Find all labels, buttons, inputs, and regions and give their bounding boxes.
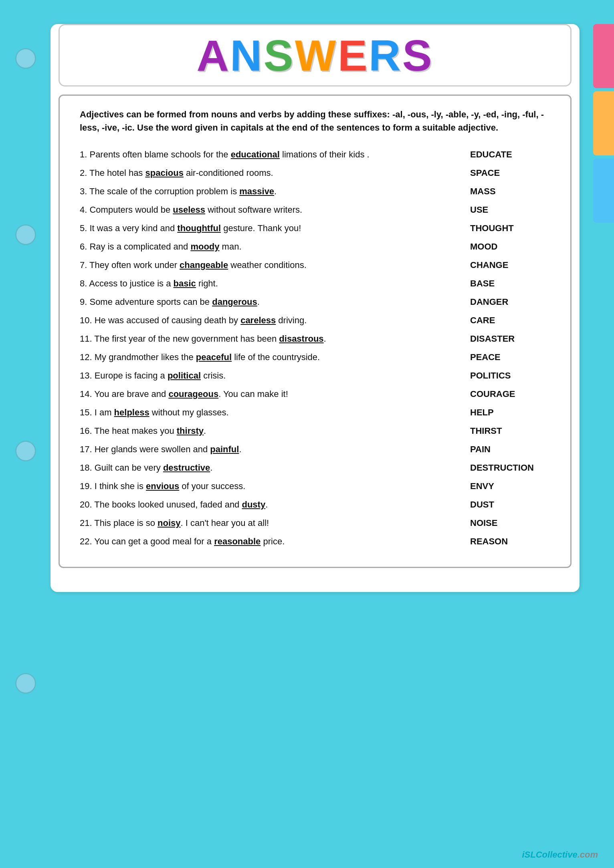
sentence-20: 20. The books looked unused, faded and d… <box>80 499 470 510</box>
sentence-16: 16. The heat makes you thirsty. <box>80 426 470 436</box>
title-letter-s2: S <box>402 34 434 78</box>
exercise-item-16: 16. The heat makes you thirsty.THIRST <box>80 422 550 440</box>
exercise-item-22: 22. You can get a good meal for a reason… <box>80 532 550 551</box>
answer-word-17: painful <box>210 444 239 454</box>
keyword-18: DESTRUCTION <box>470 463 550 473</box>
keyword-8: BASE <box>470 278 550 289</box>
exercise-item-12: 12. My grandmother likes the peaceful li… <box>80 348 550 367</box>
side-tab-blue <box>593 159 614 223</box>
keyword-3: MASS <box>470 186 550 197</box>
sentence-14: 14. You are brave and courageous. You ca… <box>80 389 470 399</box>
hole-punch-1 <box>15 48 36 69</box>
keyword-22: REASON <box>470 536 550 547</box>
exercise-item-6: 6. Ray is a complicated and moody man.MO… <box>80 238 550 256</box>
keyword-5: THOUGHT <box>470 223 550 234</box>
answer-word-15: helpless <box>114 407 149 417</box>
watermark-brand: iSLCollective <box>522 850 577 860</box>
watermark: iSLCollective.com <box>522 850 598 860</box>
sentence-5: 5. It was a very kind and thoughtful ges… <box>80 223 470 234</box>
sentence-12: 12. My grandmother likes the peaceful li… <box>80 352 470 363</box>
sentence-10: 10. He was accused of causing death by c… <box>80 315 470 326</box>
page-title: ANSWERS <box>197 33 433 77</box>
keyword-13: POLITICS <box>470 371 550 381</box>
sentence-8: 8. Access to justice is a basic right. <box>80 278 470 289</box>
side-tab-orange <box>593 91 614 155</box>
keyword-14: COURAGE <box>470 389 550 399</box>
title-letter-e: E <box>337 34 369 78</box>
keyword-21: NOISE <box>470 518 550 528</box>
sentence-18: 18. Guilt can be very destructive. <box>80 463 470 473</box>
title-letter-a: A <box>196 34 231 78</box>
keyword-10: CARE <box>470 315 550 326</box>
title-letter-w: W <box>294 34 338 78</box>
sentence-9: 9. Some adventure sports can be dangerou… <box>80 297 470 307</box>
answer-word-10: careless <box>240 315 276 325</box>
exercise-item-10: 10. He was accused of causing death by c… <box>80 311 550 330</box>
keyword-9: DANGER <box>470 297 550 307</box>
keyword-11: DISASTER <box>470 334 550 344</box>
exercise-item-13: 13. Europe is facing a political crisis.… <box>80 367 550 385</box>
answer-word-2: spacious <box>145 168 184 178</box>
answer-word-18: destructive <box>163 463 210 473</box>
exercise-item-1: 1. Parents often blame schools for the e… <box>80 145 550 164</box>
exercise-list: 1. Parents often blame schools for the e… <box>80 145 550 551</box>
side-tabs <box>593 24 614 226</box>
exercise-item-11: 11. The first year of the new government… <box>80 330 550 348</box>
exercise-item-5: 5. It was a very kind and thoughtful ges… <box>80 219 550 238</box>
sentence-2: 2. The hotel has spacious air-conditione… <box>80 168 470 178</box>
exercise-item-14: 14. You are brave and courageous. You ca… <box>80 385 550 403</box>
answer-word-8: basic <box>174 278 196 288</box>
title-letter-n: N <box>230 34 264 78</box>
answer-word-16: thirsty <box>177 426 204 436</box>
exercise-item-21: 21. This place is so noisy. I can't hear… <box>80 514 550 532</box>
answer-word-20: dusty <box>242 499 265 510</box>
answer-word-14: courageous <box>168 389 218 399</box>
answer-word-4: useless <box>173 205 205 215</box>
sentence-3: 3. The scale of the corruption problem i… <box>80 186 470 197</box>
instructions-text: Adjectives can be formed from nouns and … <box>80 108 550 134</box>
answer-word-12: peaceful <box>196 352 232 362</box>
sentence-7: 7. They often work under changeable weat… <box>80 260 470 270</box>
keyword-15: HELP <box>470 407 550 418</box>
exercise-item-2: 2. The hotel has spacious air-conditione… <box>80 164 550 182</box>
exercise-item-8: 8. Access to justice is a basic right.BA… <box>80 274 550 293</box>
sentence-21: 21. This place is so noisy. I can't hear… <box>80 518 470 528</box>
keyword-16: THIRST <box>470 426 550 436</box>
sentence-1: 1. Parents often blame schools for the e… <box>80 149 470 160</box>
keyword-6: MOOD <box>470 242 550 252</box>
title-letter-r: R <box>368 34 403 78</box>
main-card: ANSWERS Adjectives can be formed from no… <box>50 24 580 592</box>
hole-punch-4 <box>15 673 36 694</box>
content-area: Adjectives can be formed from nouns and … <box>59 95 572 568</box>
keyword-20: DUST <box>470 499 550 510</box>
hole-punch-3 <box>15 441 36 461</box>
exercise-item-15: 15. I am helpless without my glasses.HEL… <box>80 403 550 422</box>
keyword-1: EDUCATE <box>470 149 550 160</box>
answer-word-1: educational <box>231 149 280 159</box>
exercise-item-4: 4. Computers would be useless without so… <box>80 201 550 219</box>
answer-word-6: moody <box>190 242 219 252</box>
exercise-item-18: 18. Guilt can be very destructive.DESTRU… <box>80 459 550 477</box>
exercise-item-9: 9. Some adventure sports can be dangerou… <box>80 293 550 311</box>
side-tab-pink <box>593 24 614 88</box>
sentence-22: 22. You can get a good meal for a reason… <box>80 536 470 547</box>
sentence-6: 6. Ray is a complicated and moody man. <box>80 242 470 252</box>
sentence-17: 17. Her glands were swollen and painful. <box>80 444 470 455</box>
answer-word-9: dangerous <box>212 297 257 307</box>
answer-word-13: political <box>168 371 201 381</box>
title-letter-s: S <box>263 34 295 78</box>
exercise-item-3: 3. The scale of the corruption problem i… <box>80 182 550 201</box>
title-area: ANSWERS <box>59 24 572 87</box>
sentence-13: 13. Europe is facing a political crisis. <box>80 371 470 381</box>
keyword-2: SPACE <box>470 168 550 178</box>
answer-word-5: thoughtful <box>177 223 221 233</box>
answer-word-3: massive <box>239 186 274 196</box>
answer-word-21: noisy <box>158 518 180 528</box>
exercise-item-19: 19. I think she is envious of your succe… <box>80 477 550 495</box>
sentence-11: 11. The first year of the new government… <box>80 334 470 344</box>
keyword-17: PAIN <box>470 444 550 455</box>
keyword-12: PEACE <box>470 352 550 363</box>
answer-word-7: changeable <box>180 260 228 270</box>
hole-punch-2 <box>15 224 36 245</box>
exercise-item-7: 7. They often work under changeable weat… <box>80 256 550 274</box>
